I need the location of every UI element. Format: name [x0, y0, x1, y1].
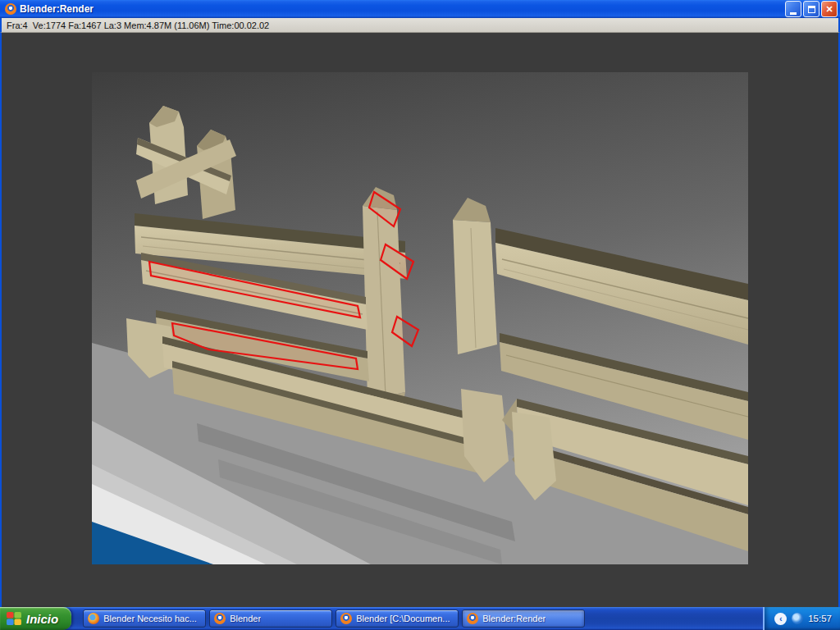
minimize-button[interactable] [785, 1, 801, 17]
desktop: Blender:Render ✕ Fra:4 Ve:1774 Fa:1467 L… [0, 0, 840, 630]
blender-app-icon [5, 3, 16, 15]
maximize-button[interactable] [803, 1, 819, 17]
close-icon: ✕ [825, 4, 833, 15]
start-button[interactable]: Inicio [0, 607, 71, 630]
system-tray: ‹ 15:57 [763, 607, 840, 630]
start-button-label: Inicio [26, 612, 58, 626]
maximize-icon [808, 6, 815, 13]
windows-logo-icon [7, 612, 22, 626]
blender-icon [467, 613, 478, 624]
taskbar-button-blender[interactable]: Blender [209, 609, 332, 628]
blender-icon [214, 613, 226, 624]
taskbar-button-label: Blender [230, 614, 261, 623]
hide-icons-chevron-icon[interactable]: ‹ [774, 613, 787, 625]
render-stats-bar: Fra:4 Ve:1774 Fa:1467 La:3 Mem:4.87M (11… [0, 18, 840, 33]
taskbar-button-label: Blender:Render [482, 614, 546, 623]
minimize-icon [790, 12, 797, 15]
taskbar-clock[interactable]: 15:57 [808, 614, 832, 623]
taskbar-button-blender-forum[interactable]: Blender Necesito hac... [83, 609, 206, 628]
tray-status-icon[interactable] [792, 613, 803, 624]
window-controls: ✕ [783, 1, 838, 17]
blender-icon [340, 613, 352, 624]
taskbar-button-blender-render[interactable]: Blender:Render [462, 609, 585, 628]
taskbar-button-label: Blender Necesito hac... [103, 614, 197, 623]
render-stats-text: Fra:4 Ve:1774 Fa:1467 La:3 Mem:4.87M (11… [7, 21, 269, 30]
rendered-fence-image [92, 72, 748, 564]
window-title: Blender:Render [20, 3, 783, 15]
window-titlebar[interactable]: Blender:Render ✕ [0, 0, 840, 18]
firefox-icon [88, 613, 99, 624]
render-viewport [0, 33, 840, 607]
taskbar-button-label: Blender [C:\Documen... [356, 614, 450, 623]
taskbar: Inicio Blender Necesito hac... Blender B… [0, 607, 840, 630]
taskbar-button-blender-document[interactable]: Blender [C:\Documen... [336, 609, 459, 628]
taskbar-buttons: Blender Necesito hac... Blender Blender … [83, 609, 585, 628]
close-button[interactable]: ✕ [821, 1, 838, 17]
